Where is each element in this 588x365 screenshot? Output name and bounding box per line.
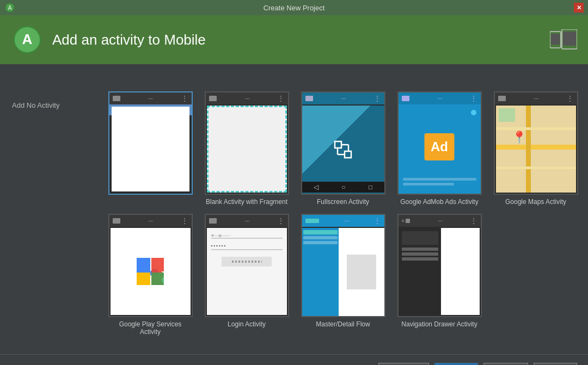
status-rect	[209, 218, 217, 224]
admob-dot	[471, 110, 476, 115]
three-dots-icon: ⋮	[566, 95, 574, 102]
phone-top-bar: ~~~ ⋮	[109, 92, 192, 104]
gps-thumb[interactable]: ~~~ ⋮	[108, 214, 193, 317]
activity-item-maps[interactable]: ~~~ ⋮ 📍 Google Maps Activity	[492, 91, 580, 206]
device-icon	[550, 29, 577, 51]
activity-item-blank[interactable]: ~~~ ⋮ Blank Activity	[106, 91, 194, 206]
status-bar-item	[305, 219, 319, 223]
activity-item-admob[interactable]: ~~~ ⋮ Ad Google AdMob Ads Activity	[395, 91, 483, 206]
window-title: Create New Project	[264, 4, 325, 12]
previous-button[interactable]: Previous	[378, 363, 429, 365]
status-wavy: ~~~	[244, 96, 249, 101]
activity-grid: ~~~ ⋮ Blank Activity ~~~ ⋮	[98, 86, 588, 354]
svg-rect-8	[335, 141, 341, 148]
detail-rect	[347, 255, 376, 290]
blank-activity-thumb[interactable]: ~~~ ⋮ Blank Activity	[108, 91, 193, 195]
status-wavy: ~~~	[148, 96, 152, 101]
admob-thumb[interactable]: ~~~ ⋮ Ad	[397, 91, 482, 195]
status-rect	[402, 96, 409, 101]
phone-top-bar: ~~~ ⋮	[206, 215, 288, 227]
activity-item-gps[interactable]: ~~~ ⋮ Google Play Services Activity	[106, 214, 194, 336]
activity-item-login[interactable]: ~~~ ⋮ ✉ ~~@ ~~~~ •••••• Login	[203, 214, 291, 336]
svg-text:A: A	[8, 5, 12, 11]
svg-rect-7	[563, 32, 576, 46]
detail-panel	[339, 228, 384, 316]
three-dots-icon: ⋮	[181, 95, 188, 102]
header-title: Add an activity to Mobile	[52, 32, 206, 48]
maps-thumb[interactable]: ~~~ ⋮ 📍	[494, 91, 578, 195]
maps-label: Google Maps Activity	[505, 198, 566, 206]
status-rect	[498, 96, 506, 101]
phone-top-bar: ~~~ ⋮	[302, 92, 384, 104]
svg-rect-5	[551, 34, 560, 45]
three-dots-icon: ⋮	[181, 217, 188, 225]
fullscreen-thumb[interactable]: ~~~ ⋮ ◁ ○	[301, 91, 385, 195]
puzzle-icon	[131, 252, 169, 290]
wave-lines	[403, 178, 476, 185]
three-dots-icon: ⋮	[470, 95, 477, 102]
admob-label: Google AdMob Ads Activity	[400, 198, 478, 206]
phone-top-bar: ~~~ ⋮	[495, 92, 577, 104]
nav-drawer-thumb[interactable]: ≡ ~~~ ⋮	[397, 214, 482, 317]
phone-top-bar: ~~~ ⋮	[109, 215, 192, 227]
status-wavy: ~~~	[341, 96, 345, 101]
status-rect	[305, 96, 313, 101]
master-detail-screen	[302, 228, 384, 316]
activity-item-master-detail[interactable]: ~~~ ⋮ Master/Detail F	[299, 214, 387, 336]
three-dots-icon: ⋮	[277, 95, 285, 102]
master-detail-thumb[interactable]: ~~~ ⋮	[301, 214, 385, 317]
nav-bar: ◁ ○ □	[302, 182, 384, 193]
fullscreen-icon	[332, 139, 354, 160]
close-button[interactable]: ✕	[574, 3, 584, 13]
gps-screen	[111, 228, 191, 315]
svg-rect-9	[345, 151, 351, 158]
admob-screen: Ad	[399, 106, 481, 194]
master-detail-label: Master/Detail Flow	[316, 320, 370, 328]
fullscreen-label: Fullscreen Activity	[317, 198, 369, 206]
main-content: Add No Activity ~~~ ⋮ Blank Activity	[0, 86, 588, 354]
phone-top-bar: ≡ ~~~ ⋮	[399, 215, 481, 227]
title-bar: A Create New Project ✕	[0, 0, 588, 15]
phone-top-bar: ~~~ ⋮	[206, 92, 288, 104]
three-dots-icon: ⋮	[470, 217, 477, 225]
fragment-screen	[207, 106, 287, 193]
gps-label: Google Play Services Activity	[108, 320, 193, 336]
finish-button[interactable]: Finish	[534, 363, 577, 365]
login-screen: ✉ ~~@ ~~~~ ••••••	[207, 228, 287, 315]
sidebar-item-add-no-activity[interactable]: Add No Activity	[5, 97, 93, 114]
login-thumb[interactable]: ~~~ ⋮ ✉ ~~@ ~~~~ ••••••	[205, 214, 289, 317]
nav-drawer-content	[441, 228, 479, 315]
svg-text:A: A	[22, 31, 33, 47]
status-wavy: ~~~	[437, 96, 442, 101]
header: A Add an activity to Mobile	[0, 15, 588, 64]
phone-top-bar: ~~~ ⋮	[302, 215, 384, 227]
status-rect	[209, 96, 217, 101]
status-wavy: ~~~	[244, 219, 249, 224]
maps-screen: 📍	[496, 106, 576, 193]
cancel-button[interactable]: Cancel	[483, 363, 528, 365]
three-dots-icon: ⋮	[373, 95, 381, 102]
map-pin: 📍	[512, 132, 526, 144]
sidebar: Add No Activity	[0, 86, 98, 354]
blank-screen	[112, 107, 189, 191]
activity-item-nav-drawer[interactable]: ≡ ~~~ ⋮ Navigation Dr	[395, 214, 483, 336]
ad-badge: Ad	[425, 133, 455, 160]
status-rect	[113, 96, 120, 101]
status-wavy: ~~~	[438, 219, 442, 224]
login-label: Login Activity	[228, 320, 266, 328]
blank-fragment-thumb[interactable]: ~~~ ⋮	[205, 91, 289, 195]
activity-item-fullscreen[interactable]: ~~~ ⋮ ◁ ○	[299, 91, 387, 206]
activity-item-blank-fragment[interactable]: ~~~ ⋮ Blank Activity with Fragment	[203, 91, 291, 206]
status-wavy: ~~~	[148, 219, 152, 224]
three-dots-icon: ⋮	[277, 217, 285, 225]
android-studio-icon: A	[4, 2, 15, 13]
login-button-mockup	[222, 257, 272, 267]
fullscreen-screen	[302, 106, 384, 194]
nav-drawer-label: Navigation Drawer Activity	[401, 320, 477, 328]
status-wavy: ~~~	[344, 219, 348, 224]
status-wavy: ~~~	[534, 96, 538, 101]
nav-drawer-panel	[400, 228, 441, 315]
android-logo: A	[11, 23, 44, 56]
next-button[interactable]: Next	[434, 363, 478, 365]
master-panel	[302, 228, 339, 316]
